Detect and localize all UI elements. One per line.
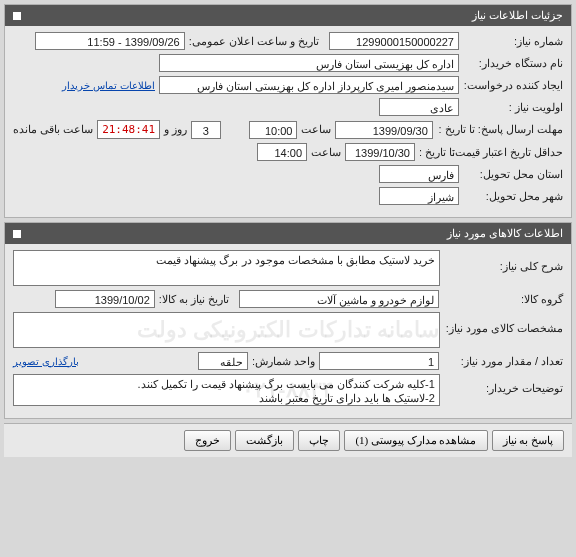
attachments-button[interactable]: مشاهده مدارک پیوستی (1) xyxy=(344,430,487,451)
minvalid-label: حداقل تاریخ اعتبار قیمت: xyxy=(463,146,563,159)
announce-field: 1399/09/26 - 11:59 xyxy=(35,32,185,50)
notes-field: 1-کلیه شرکت کنندگان می بایست برگ پیشنهاد… xyxy=(13,374,440,406)
needdate-field: 1399/10/02 xyxy=(55,290,155,308)
print-button[interactable]: چاپ xyxy=(298,430,340,451)
province-label: استان محل تحویل: xyxy=(463,168,563,181)
req-number-label: شماره نیاز: xyxy=(463,35,563,48)
creator-field: سیدمنصور امیری کارپرداز اداره کل بهزیستی… xyxy=(159,76,459,94)
minvalid-date-field: 1399/10/30 xyxy=(345,143,415,161)
group-field: لوازم خودرو و ماشین آلات xyxy=(239,290,439,308)
spec-label: مشخصات کالای مورد نیاز: xyxy=(444,312,563,335)
unit-label: واحد شمارش: xyxy=(252,355,315,368)
need-details-panel: جزئیات اطلاعات نیاز شماره نیاز: 12990001… xyxy=(4,4,572,218)
days-field: 3 xyxy=(191,121,220,139)
unit-field: حلقه xyxy=(198,352,248,370)
group-label: گروه کالا: xyxy=(443,293,563,306)
spec-field xyxy=(13,312,440,348)
deadline-time-label: ساعت xyxy=(301,123,331,136)
deadline-label: مهلت ارسال پاسخ: تا تاریخ : xyxy=(437,123,563,136)
back-button[interactable]: بازگشت xyxy=(235,430,294,451)
timer-label: ساعت باقی مانده xyxy=(13,123,93,136)
contact-link[interactable]: اطلاعات تماس خریدار xyxy=(62,80,155,91)
qty-field: 1 xyxy=(319,352,439,370)
notes-label: توضیحات خریدار: xyxy=(444,374,563,395)
minvalid-to-label: تا تاریخ : xyxy=(419,146,459,159)
goods-info-title: اطلاعات کالاهای مورد نیاز xyxy=(447,227,563,239)
need-details-header: جزئیات اطلاعات نیاز xyxy=(5,5,571,26)
qty-label: تعداد / مقدار مورد نیاز: xyxy=(443,355,563,368)
priority-label: اولویت نیاز : xyxy=(463,101,563,114)
deadline-date-field: 1399/09/30 xyxy=(335,121,432,139)
need-details-body: شماره نیاز: 1299000150000227 تاریخ و ساع… xyxy=(5,26,571,217)
timer-field: 21:48:41 xyxy=(97,120,160,139)
view-image-link[interactable]: بارگذاری تصویر xyxy=(13,356,79,367)
goods-info-panel: اطلاعات کالاهای مورد نیاز شرح کلی نیاز: … xyxy=(4,222,572,419)
goods-info-body: شرح کلی نیاز: خرید لاستیک مطابق با مشخصا… xyxy=(5,244,571,418)
button-bar: پاسخ به نیاز مشاهده مدارک پیوستی (1) چاپ… xyxy=(4,423,572,457)
priority-field: عادی xyxy=(379,98,459,116)
announce-label: تاریخ و ساعت اعلان عمومی: xyxy=(189,35,319,48)
minvalid-time-label: ساعت xyxy=(311,146,341,159)
deadline-time-field: 10:00 xyxy=(249,121,298,139)
needdate-label: تاریخ نیاز به کالا: xyxy=(159,293,229,306)
reply-button[interactable]: پاسخ به نیاز xyxy=(492,430,565,451)
minvalid-time-field: 14:00 xyxy=(257,143,307,161)
province-field: فارس xyxy=(379,165,459,183)
city-field: شیراز xyxy=(379,187,459,205)
need-details-title: جزئیات اطلاعات نیاز xyxy=(472,9,563,21)
buyer-label: نام دستگاه خریدار: xyxy=(463,57,563,70)
creator-label: ایجاد کننده درخواست: xyxy=(463,79,563,92)
req-number-field: 1299000150000227 xyxy=(329,32,459,50)
desc-label: شرح کلی نیاز: xyxy=(444,250,563,273)
desc-field: خرید لاستیک مطابق با مشخصات موجود در برگ… xyxy=(13,250,440,286)
goods-info-header: اطلاعات کالاهای مورد نیاز xyxy=(5,223,571,244)
exit-button[interactable]: خروج xyxy=(184,430,231,451)
days-label: روز و xyxy=(164,123,187,136)
city-label: شهر محل تحویل: xyxy=(463,190,563,203)
buyer-field: اداره کل بهزیستی استان فارس xyxy=(159,54,459,72)
